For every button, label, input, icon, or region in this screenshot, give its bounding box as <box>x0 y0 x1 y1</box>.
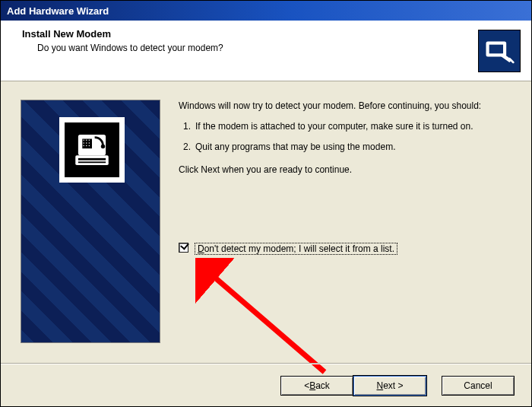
titlebar: Add Hardware Wizard <box>1 1 531 21</box>
svg-point-13 <box>101 145 105 148</box>
svg-rect-1 <box>489 45 503 54</box>
next-button[interactable]: Next > <box>353 376 426 396</box>
list-item: 1. If the modem is attached to your comp… <box>179 120 511 133</box>
dont-detect-checkbox[interactable] <box>179 243 188 253</box>
instruction-text: Windows will now try to detect your mode… <box>179 100 511 184</box>
page-subtitle: Do you want Windows to detect your modem… <box>37 43 518 53</box>
svg-point-5 <box>86 140 87 141</box>
list-item: 2. Quit any programs that may be using t… <box>179 141 511 154</box>
svg-line-17 <box>204 269 325 372</box>
page-title: Install New Modem <box>22 28 518 40</box>
dont-detect-row: Don't detect my modem; I will select it … <box>179 243 397 255</box>
svg-point-7 <box>83 142 84 143</box>
window-title: Add Hardware Wizard <box>7 5 109 17</box>
wizard-header: Install New Modem Do you want Windows to… <box>1 21 531 81</box>
svg-rect-15 <box>78 158 106 161</box>
back-button[interactable]: < Back <box>280 376 353 396</box>
svg-point-11 <box>86 145 87 146</box>
intro-text: Windows will now try to detect your mode… <box>179 100 511 113</box>
svg-point-6 <box>89 140 90 141</box>
svg-point-9 <box>89 142 90 143</box>
svg-rect-16 <box>78 161 106 163</box>
svg-point-4 <box>83 140 84 141</box>
svg-point-12 <box>89 145 90 146</box>
cancel-button[interactable]: Cancel <box>442 376 515 396</box>
wizard-buttons: < Back Next > Cancel <box>1 364 531 406</box>
continue-text: Click Next when you are ready to continu… <box>179 164 511 176</box>
dont-detect-label[interactable]: Don't detect my modem; I will select it … <box>195 243 397 255</box>
detect-card-icon <box>478 30 521 72</box>
wizard-content: Windows will now try to detect your mode… <box>21 100 511 351</box>
svg-point-8 <box>86 142 87 143</box>
wizard-window: Add Hardware Wizard Install New Modem Do… <box>0 0 532 407</box>
modem-icon <box>59 117 125 183</box>
svg-point-10 <box>83 145 84 146</box>
wizard-graphic <box>21 100 160 343</box>
steps-list: 1. If the modem is attached to your comp… <box>179 120 511 154</box>
